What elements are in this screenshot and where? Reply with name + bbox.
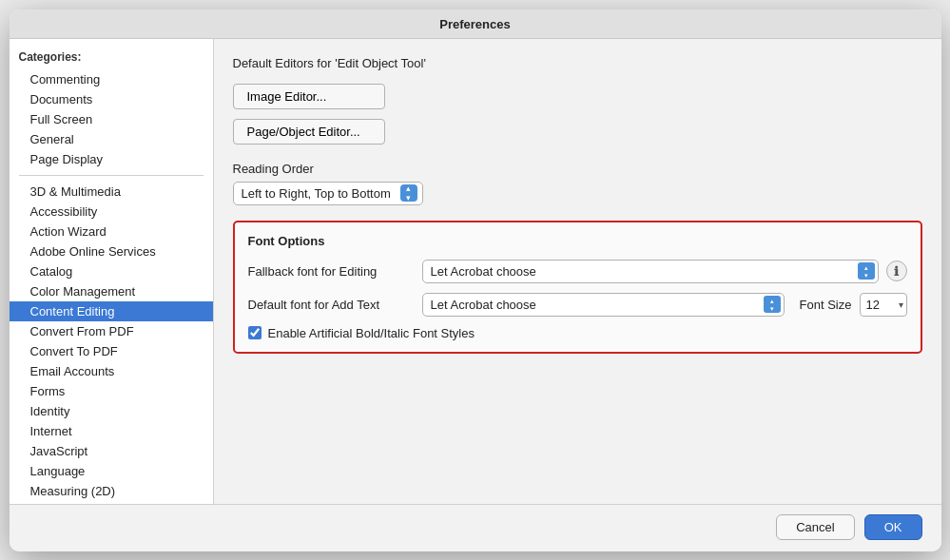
- sidebar-item-color-management[interactable]: Color Management: [10, 281, 213, 301]
- font-options-box: Font Options Fallback font for Editing L…: [233, 221, 922, 354]
- dialog-title: Preferences: [439, 17, 510, 31]
- sidebar-item-language[interactable]: Language: [10, 461, 213, 481]
- default-font-select-wrapper: Let Acrobat choose ▴ ▾: [422, 293, 785, 317]
- sidebar-item-convert-to-pdf[interactable]: Convert To PDF: [10, 341, 213, 361]
- font-size-label: Font Size: [800, 298, 852, 312]
- font-size-wrapper: 12 8 10 14 16 18 24 36: [860, 293, 907, 317]
- sidebar-item-action-wizard[interactable]: Action Wizard: [10, 222, 213, 241]
- dialog-body: Categories: CommentingDocumentsFull Scre…: [10, 39, 941, 504]
- sidebar-item-adobe-online-services[interactable]: Adobe Online Services: [10, 241, 213, 261]
- sidebar-item-catalog[interactable]: Catalog: [10, 261, 213, 281]
- main-content: Default Editors for 'Edit Object Tool' I…: [214, 39, 941, 504]
- default-font-row: Default font for Add Text Let Acrobat ch…: [248, 293, 907, 317]
- sidebar-item-forms[interactable]: Forms: [10, 381, 213, 401]
- checkbox-row: Enable Artificial Bold/Italic Font Style…: [248, 326, 907, 340]
- page-object-editor-button[interactable]: Page/Object Editor...: [233, 119, 385, 145]
- sidebar-item-3d-multimedia[interactable]: 3D & Multimedia: [10, 182, 213, 202]
- sidebar-item-content-editing[interactable]: Content Editing: [10, 301, 213, 321]
- sidebar-group1: CommentingDocumentsFull ScreenGeneralPag…: [10, 69, 213, 169]
- bold-italic-label[interactable]: Enable Artificial Bold/Italic Font Style…: [268, 326, 475, 340]
- fallback-font-info-button[interactable]: ℹ: [886, 261, 907, 281]
- fallback-font-label: Fallback font for Editing: [248, 264, 415, 279]
- fallback-font-select[interactable]: Let Acrobat choose: [422, 260, 879, 283]
- sidebar-item-full-screen[interactable]: Full Screen: [10, 109, 213, 129]
- preferences-dialog: Preferences Categories: CommentingDocume…: [10, 10, 941, 551]
- sidebar-item-commenting[interactable]: Commenting: [10, 69, 213, 89]
- sidebar-item-identity[interactable]: Identity: [10, 401, 213, 421]
- categories-label: Categories:: [10, 48, 213, 69]
- editor-buttons: Image Editor... Page/Object Editor...: [233, 84, 922, 145]
- bold-italic-checkbox[interactable]: [248, 326, 262, 339]
- sidebar-item-internet[interactable]: Internet: [10, 421, 213, 441]
- sidebar-item-javascript[interactable]: JavaScript: [10, 441, 213, 461]
- reading-order-select[interactable]: Left to Right, Top to Bottom Right to Le…: [233, 182, 423, 205]
- sidebar-item-measuring-2d-[interactable]: Measuring (2D): [10, 481, 213, 501]
- fallback-font-select-wrapper: Let Acrobat choose ▴ ▾: [422, 260, 879, 283]
- reading-order-wrapper: Left to Right, Top to Bottom Right to Le…: [233, 182, 423, 205]
- reading-order-section: Reading Order Left to Right, Top to Bott…: [233, 162, 922, 205]
- section-title: Default Editors for 'Edit Object Tool': [233, 56, 922, 70]
- sidebar-group2: 3D & MultimediaAccessibilityAction Wizar…: [10, 182, 213, 504]
- sidebar-item-email-accounts[interactable]: Email Accounts: [10, 361, 213, 381]
- ok-button[interactable]: OK: [864, 514, 922, 540]
- cancel-button[interactable]: Cancel: [776, 514, 854, 540]
- sidebar-item-general[interactable]: General: [10, 129, 213, 149]
- fallback-font-row: Fallback font for Editing Let Acrobat ch…: [248, 260, 907, 283]
- default-font-select[interactable]: Let Acrobat choose: [422, 293, 785, 317]
- sidebar: Categories: CommentingDocumentsFull Scre…: [10, 39, 214, 504]
- sidebar-item-page-display[interactable]: Page Display: [10, 149, 213, 169]
- sidebar-item-convert-from-pdf[interactable]: Convert From PDF: [10, 321, 213, 341]
- sidebar-item-accessibility[interactable]: Accessibility: [10, 202, 213, 222]
- reading-order-label: Reading Order: [233, 162, 922, 176]
- image-editor-button[interactable]: Image Editor...: [233, 84, 385, 109]
- sidebar-item-documents[interactable]: Documents: [10, 89, 213, 109]
- font-options-title: Font Options: [248, 234, 907, 248]
- default-font-label: Default font for Add Text: [248, 298, 415, 312]
- font-size-select[interactable]: 12 8 10 14 16 18 24 36: [860, 293, 907, 317]
- sidebar-divider: [19, 175, 204, 176]
- dialog-titlebar: Preferences: [10, 10, 941, 39]
- footer: Cancel OK: [10, 504, 941, 551]
